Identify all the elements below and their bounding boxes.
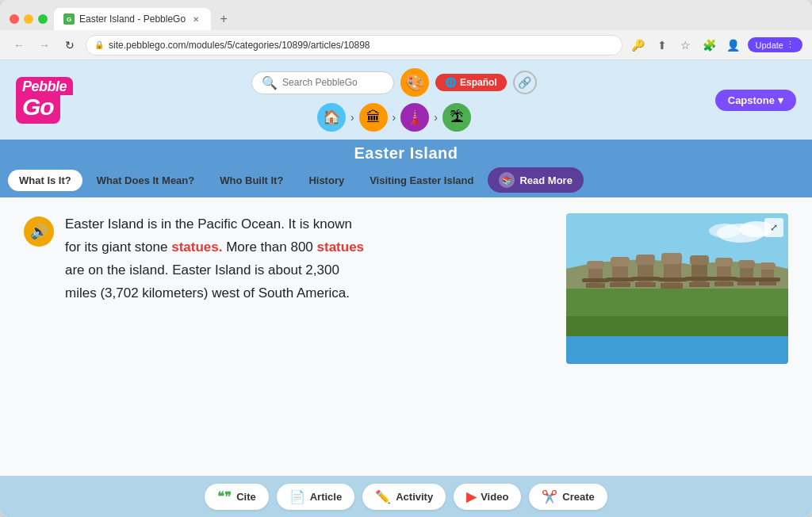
capstone-button[interactable]: Capstone ▾: [715, 90, 796, 111]
library-breadcrumb[interactable]: 🏛: [359, 103, 388, 132]
svg-rect-34: [734, 278, 760, 281]
activity-icon: ✏️: [375, 489, 391, 504]
speaker-button[interactable]: 🔊: [24, 216, 54, 247]
update-button[interactable]: Update ⋮: [748, 37, 802, 52]
browser-toolbar: ← → ↻ 🔒 site.pebblego.com/modules/5/cate…: [0, 30, 812, 60]
title-bar: G Easter Island - PebbleGo ✕ +: [0, 0, 812, 30]
create-label: Create: [562, 491, 594, 503]
svg-rect-26: [685, 277, 714, 281]
svg-rect-9: [586, 283, 605, 288]
logo-go-text: Go: [16, 94, 60, 124]
expand-image-button[interactable]: ⤢: [764, 218, 783, 237]
tab-read-more-label: Read More: [519, 174, 572, 186]
article-button[interactable]: 📄 Article: [277, 484, 354, 510]
link-button[interactable]: 🔗: [513, 71, 537, 94]
activity-button[interactable]: ✏️ Activity: [362, 484, 446, 510]
tab-what-is-it[interactable]: What Is It?: [8, 170, 82, 191]
bookmark-icon[interactable]: ☆: [676, 36, 695, 55]
tab-what-is-it-label: What Is It?: [19, 174, 71, 186]
profile-icon[interactable]: 👤: [724, 36, 743, 55]
reload-button[interactable]: ↻: [60, 36, 79, 55]
pebblego-logo: Pebble Go: [16, 77, 73, 124]
svg-rect-6: [566, 336, 788, 364]
tab-what-does-it-mean-label: What Does It Mean?: [97, 174, 195, 186]
key-icon[interactable]: 🔑: [629, 36, 648, 55]
tab-close-button[interactable]: ✕: [190, 13, 201, 25]
island-breadcrumb[interactable]: 🏝: [442, 103, 471, 132]
minimize-button[interactable]: [24, 14, 33, 24]
svg-rect-20: [661, 253, 682, 264]
svg-rect-25: [689, 282, 710, 287]
keyword-statues-2: statues: [317, 239, 365, 255]
cite-label: Cite: [236, 491, 256, 503]
activity-label: Activity: [396, 491, 433, 503]
easter-island-image: [566, 213, 788, 364]
forward-button[interactable]: →: [35, 36, 54, 55]
lock-icon: 🔒: [94, 40, 104, 49]
video-button[interactable]: ▶ Video: [454, 484, 521, 510]
svg-rect-24: [690, 255, 709, 265]
article-title: Easter Island: [5, 144, 807, 163]
svg-rect-36: [760, 262, 776, 270]
search-box[interactable]: 🔍: [251, 71, 394, 94]
svg-rect-10: [582, 278, 609, 282]
svg-rect-29: [714, 281, 733, 286]
svg-rect-16: [636, 255, 655, 265]
search-input[interactable]: [282, 77, 384, 88]
tab-what-does-it-mean[interactable]: What Does It Mean?: [86, 170, 206, 191]
cite-button[interactable]: ❝❞ Cite: [205, 484, 269, 510]
traffic-lights: [10, 14, 48, 24]
page-content: Pebble Go 🔍 🎨 🌐 Español 🔗: [0, 60, 812, 517]
text-section: 🔊 Easter Island is in the Pacific Ocean.…: [24, 213, 550, 460]
svg-rect-33: [737, 281, 756, 285]
svg-rect-30: [710, 277, 737, 281]
espanol-label: Español: [460, 77, 497, 88]
new-tab-button[interactable]: +: [214, 10, 233, 29]
address-bar[interactable]: 🔒 site.pebblego.com/modules/5/categories…: [86, 35, 622, 56]
bottom-toolbar: ❝❞ Cite 📄 Article ✏️ Activity ▶ Video ✂️…: [0, 476, 812, 517]
browser-tab[interactable]: G Easter Island - PebbleGo ✕: [54, 8, 211, 30]
tab-who-built-it-label: Who Built It?: [220, 174, 283, 186]
tab-visiting-label: Visiting Easter Island: [370, 174, 473, 186]
tab-read-more[interactable]: 📚 Read More: [488, 167, 583, 193]
close-button[interactable]: [10, 14, 19, 24]
breadcrumb-arrow-3: ›: [434, 111, 438, 124]
breadcrumb: 🏠 › 🏛 › 🗼 › 🏝: [317, 103, 471, 132]
nav-tabs: What Is It? What Does It Mean? Who Built…: [0, 167, 812, 197]
tab-visiting[interactable]: Visiting Easter Island: [358, 170, 485, 191]
svg-rect-12: [611, 257, 630, 266]
article-title-bar: Easter Island: [0, 140, 812, 167]
tab-history[interactable]: History: [297, 170, 355, 191]
create-icon: ✂️: [542, 489, 557, 504]
logo-pebble-text: Pebble: [16, 77, 73, 95]
espanol-button[interactable]: 🌐 Español: [435, 74, 507, 91]
update-chevron: ⋮: [786, 40, 795, 50]
url-text: site.pebblego.com/modules/5/categories/1…: [109, 40, 370, 51]
extensions-icon[interactable]: 🧩: [700, 36, 719, 55]
svg-rect-32: [738, 260, 755, 268]
toolbar-actions: 🔑 ⬆ ☆ 🧩 👤 Update ⋮: [629, 36, 802, 55]
maximize-button[interactable]: [38, 14, 48, 24]
article-icon: 📄: [289, 489, 305, 504]
header-middle: 🔍 🎨 🌐 Español 🔗 🏠 › 🏛 › 🗼: [251, 68, 537, 132]
breadcrumb-arrow-2: ›: [393, 111, 396, 124]
home-breadcrumb[interactable]: 🏠: [317, 103, 346, 132]
article-label: Article: [310, 491, 342, 503]
tab-favicon: G: [63, 13, 75, 25]
back-button[interactable]: ←: [10, 36, 29, 55]
color-wheel-icon[interactable]: 🎨: [400, 68, 429, 97]
search-icon: 🔍: [262, 75, 278, 90]
create-button[interactable]: ✂️ Create: [529, 484, 607, 510]
capstone-label: Capstone: [728, 94, 775, 106]
pebblego-header: Pebble Go 🔍 🎨 🌐 Español 🔗: [0, 60, 812, 140]
tab-title: Easter Island - PebbleGo: [79, 13, 186, 25]
eiffel-breadcrumb[interactable]: 🗼: [400, 103, 429, 132]
share-icon[interactable]: ⬆: [653, 36, 672, 55]
tab-who-built-it[interactable]: Who Built It?: [209, 170, 294, 191]
header-search-area: 🔍 🎨 🌐 Español 🔗: [251, 68, 537, 97]
svg-rect-8: [587, 261, 604, 269]
breadcrumb-arrow-1: ›: [350, 111, 354, 124]
svg-rect-38: [756, 278, 780, 281]
svg-rect-37: [759, 281, 776, 285]
cite-icon: ❝❞: [217, 489, 232, 504]
